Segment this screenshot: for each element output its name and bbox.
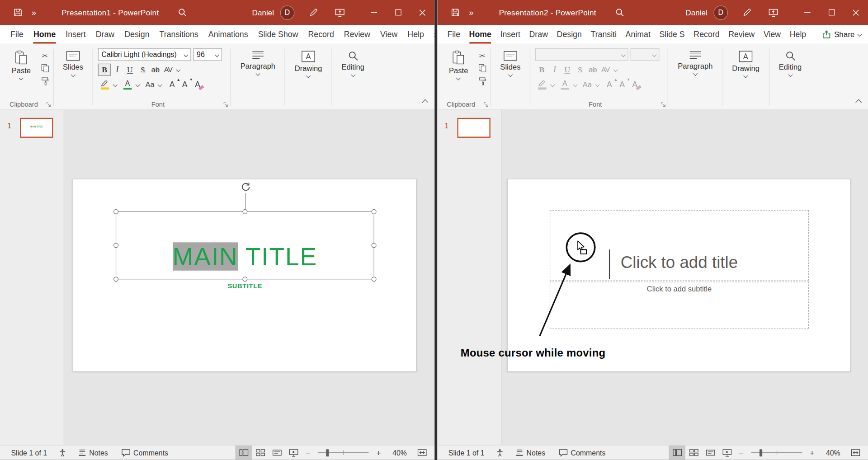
- tab-design[interactable]: Design: [119, 25, 154, 44]
- tab-help[interactable]: Help: [785, 25, 811, 44]
- selection-handle-sw[interactable]: [113, 277, 118, 282]
- minimize-button[interactable]: [795, 0, 819, 25]
- minimize-button[interactable]: [362, 0, 386, 25]
- more-tabs-chevron[interactable]: ›: [430, 25, 434, 44]
- slide-canvas[interactable]: MAIN TITLE SUBTITLE: [72, 179, 417, 372]
- copy-button[interactable]: [478, 64, 486, 73]
- clipboard-dialog-launcher[interactable]: [46, 102, 51, 107]
- format-painter-button[interactable]: [41, 77, 49, 86]
- zoom-out-button[interactable]: −: [735, 448, 747, 457]
- inking-button[interactable]: [742, 8, 752, 17]
- tab-home[interactable]: Home: [465, 25, 496, 44]
- title-textbox-selection[interactable]: MAIN TITLE: [116, 211, 374, 280]
- tab-home[interactable]: Home: [28, 25, 61, 44]
- account-name[interactable]: Daniel: [685, 8, 708, 17]
- notes-button[interactable]: Notes: [515, 448, 545, 456]
- present-button[interactable]: [769, 8, 778, 17]
- grow-font-button[interactable]: A▴: [166, 79, 179, 91]
- cut-button[interactable]: ✂: [42, 52, 48, 59]
- clear-formatting-button[interactable]: A: [191, 79, 204, 91]
- tab-file[interactable]: File: [443, 25, 465, 44]
- unselected-text[interactable]: TITLE: [238, 242, 317, 270]
- editing-button[interactable]: Editing: [773, 47, 807, 76]
- fit-slide-button[interactable]: [412, 449, 431, 456]
- font-dialog-launcher[interactable]: [223, 102, 229, 107]
- quick-access-overflow[interactable]: »: [469, 8, 473, 17]
- editing-button[interactable]: Editing: [336, 47, 370, 76]
- selection-handle-s[interactable]: [242, 277, 247, 282]
- search-icon[interactable]: [615, 8, 624, 17]
- grow-font-button[interactable]: A▴: [603, 79, 616, 91]
- font-name-combo[interactable]: [535, 48, 628, 61]
- account-avatar[interactable]: D: [280, 5, 295, 20]
- selection-handle-n[interactable]: [242, 209, 247, 214]
- tab-animations[interactable]: Animat: [621, 25, 655, 44]
- font-dialog-launcher[interactable]: [660, 102, 666, 107]
- slide-thumbnail[interactable]: MAIN TITLE: [20, 118, 53, 138]
- maximize-button[interactable]: [386, 0, 410, 25]
- highlight-dropdown-chevron[interactable]: [550, 82, 555, 87]
- zoom-slider[interactable]: [318, 452, 369, 453]
- tab-record[interactable]: Record: [303, 25, 339, 44]
- slide-sorter-button[interactable]: [252, 446, 269, 460]
- change-case-button[interactable]: Aa: [144, 79, 156, 91]
- selection-handle-ne[interactable]: [372, 209, 377, 214]
- change-case-button[interactable]: Aa: [581, 79, 594, 91]
- selected-text[interactable]: MAIN: [173, 242, 238, 270]
- notes-button[interactable]: Notes: [78, 448, 108, 456]
- tab-transitions[interactable]: Transitions: [155, 25, 203, 44]
- underline-button[interactable]: U: [561, 64, 574, 76]
- comments-button[interactable]: Comments: [121, 448, 168, 456]
- slides-button[interactable]: Slides: [57, 47, 89, 76]
- reading-view-button[interactable]: [269, 446, 285, 460]
- accessibility-button[interactable]: [59, 448, 66, 456]
- highlight-dropdown-chevron[interactable]: [113, 82, 118, 87]
- highlight-color-button[interactable]: [98, 79, 111, 91]
- font-color-dropdown-chevron[interactable]: [136, 82, 140, 87]
- italic-button[interactable]: I: [111, 64, 123, 76]
- selection-handle-nw[interactable]: [113, 209, 118, 214]
- tab-insert[interactable]: Insert: [496, 25, 525, 44]
- normal-view-button[interactable]: [235, 446, 252, 460]
- slideshow-button[interactable]: [718, 446, 735, 460]
- zoom-in-button[interactable]: +: [373, 448, 385, 457]
- paragraph-button[interactable]: Paragraph: [235, 47, 281, 75]
- selection-handle-se[interactable]: [372, 277, 377, 282]
- tab-record[interactable]: Record: [689, 25, 724, 44]
- zoom-slider[interactable]: [751, 452, 802, 453]
- drawing-button[interactable]: Drawing: [726, 47, 765, 77]
- paragraph-button[interactable]: Paragraph: [672, 47, 718, 75]
- tab-file[interactable]: File: [5, 25, 28, 44]
- zoom-in-button[interactable]: +: [806, 448, 818, 457]
- tab-slideshow[interactable]: Slide Show: [253, 25, 303, 44]
- accessibility-button[interactable]: [496, 448, 503, 456]
- save-icon[interactable]: [451, 8, 460, 17]
- strikethrough-button[interactable]: ab: [586, 64, 599, 76]
- shrink-font-button[interactable]: A▾: [179, 79, 191, 91]
- bold-button[interactable]: B: [98, 64, 111, 76]
- slide-thumbnail[interactable]: [457, 118, 490, 138]
- character-spacing-button[interactable]: AV: [162, 64, 175, 76]
- tab-transitions[interactable]: Transiti: [586, 25, 621, 44]
- inking-button[interactable]: [309, 8, 318, 17]
- share-button[interactable]: Share: [822, 25, 861, 44]
- slideshow-button[interactable]: [285, 446, 302, 460]
- tab-help[interactable]: Help: [402, 25, 429, 44]
- rotate-handle-icon[interactable]: [240, 182, 251, 192]
- font-color-button[interactable]: A: [121, 79, 134, 91]
- zoom-level[interactable]: 40%: [387, 448, 407, 456]
- clipboard-dialog-launcher[interactable]: [483, 102, 488, 107]
- close-button[interactable]: [410, 0, 434, 25]
- search-icon[interactable]: [178, 8, 187, 17]
- normal-view-button[interactable]: [669, 446, 685, 460]
- font-name-combo[interactable]: Calibri Light (Headings): [98, 48, 191, 61]
- subtitle-placeholder[interactable]: Click to add subtitle: [550, 282, 809, 329]
- font-size-combo[interactable]: 96: [193, 48, 222, 61]
- tab-view[interactable]: View: [375, 25, 402, 44]
- paste-button[interactable]: Paste: [443, 47, 474, 80]
- tab-draw[interactable]: Draw: [91, 25, 119, 44]
- text-shadow-button[interactable]: S: [574, 64, 586, 76]
- zoom-slider-thumb[interactable]: [760, 449, 762, 456]
- cut-button[interactable]: ✂: [479, 52, 485, 59]
- text-shadow-button[interactable]: S: [137, 64, 149, 76]
